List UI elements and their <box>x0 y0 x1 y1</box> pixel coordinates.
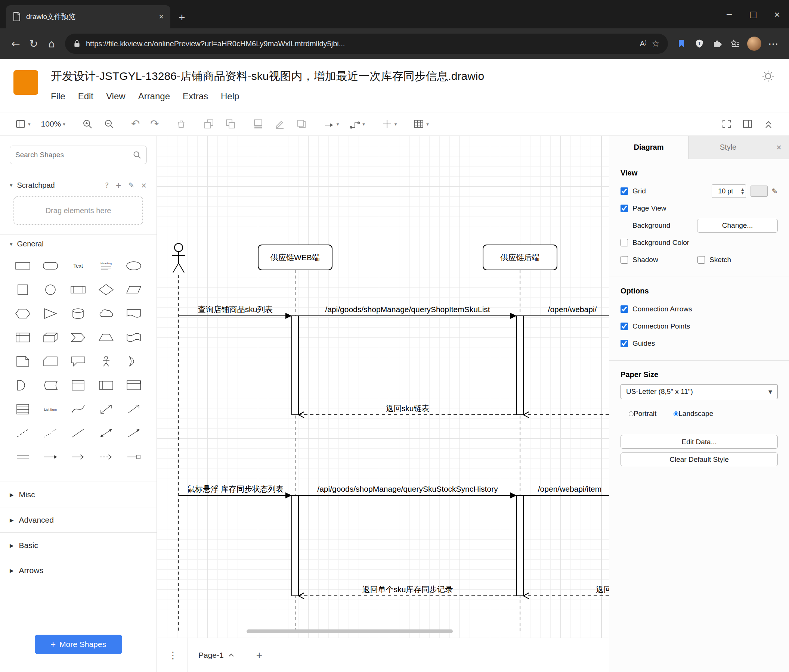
shape-bidirectional-arrow[interactable] <box>92 400 120 419</box>
back-icon[interactable]: ← <box>7 35 25 53</box>
url-input[interactable] <box>86 40 634 48</box>
blue-bookmark-icon[interactable] <box>672 35 690 53</box>
pages-menu-icon[interactable]: ⋮ <box>168 650 178 661</box>
connection-points-checkbox[interactable] <box>621 323 628 330</box>
section-general[interactable]: ▾ General <box>0 234 157 251</box>
connection-arrows-checkbox[interactable] <box>621 306 628 313</box>
shape-parallelogram[interactable] <box>120 280 148 299</box>
to-back-button[interactable] <box>225 118 236 129</box>
shape-triangle[interactable] <box>37 304 64 323</box>
return-external-top[interactable] <box>523 412 609 418</box>
menu-help[interactable]: Help <box>221 91 239 102</box>
stepper-arrows-icon[interactable]: ▲▼ <box>739 188 746 195</box>
message-api-query-sku-stock-sync-history[interactable]: /api/goods/shopManage/querySkuStockSyncH… <box>299 484 517 498</box>
menu-view[interactable]: View <box>106 91 126 102</box>
shape-cube[interactable] <box>37 328 64 347</box>
grid-color-swatch[interactable] <box>751 186 768 197</box>
view-panels-button[interactable]: ▾ <box>15 118 30 129</box>
sidebar-item-advanced[interactable]: ▸Advanced <box>0 507 157 532</box>
fullscreen-button[interactable] <box>721 118 732 129</box>
shape-link[interactable] <box>9 447 37 467</box>
shape-step[interactable] <box>64 328 92 347</box>
menu-extras[interactable]: Extras <box>183 91 208 102</box>
shadow-checkbox[interactable] <box>621 256 628 264</box>
page-view-checkbox[interactable] <box>621 205 628 212</box>
maximize-button[interactable]: □ <box>741 0 765 29</box>
tab-style[interactable]: Style <box>688 136 768 159</box>
actor-figure[interactable] <box>172 244 185 272</box>
activation-backend-1[interactable] <box>517 316 523 415</box>
shape-cylinder[interactable] <box>64 304 92 323</box>
drawing-canvas[interactable]: 供应链WEB端 供应链后端 查询店铺商品sku列表 <box>157 136 609 638</box>
scratchpad-help-icon[interactable]: ? <box>105 181 109 189</box>
add-page-button[interactable]: + <box>256 649 262 661</box>
background-change-button[interactable]: Change... <box>697 219 778 232</box>
shape-search[interactable] <box>10 146 147 164</box>
table-button[interactable]: ▾ <box>413 118 429 129</box>
theme-toggle-button[interactable] <box>760 68 776 84</box>
background-color-checkbox[interactable] <box>621 239 628 247</box>
portrait-radio[interactable] <box>629 411 634 416</box>
to-front-button[interactable] <box>203 118 214 129</box>
scratchpad-add-icon[interactable]: + <box>115 181 121 189</box>
shape-card[interactable] <box>37 352 64 371</box>
shape-container[interactable] <box>120 376 148 395</box>
shape-list[interactable] <box>9 400 37 419</box>
menu-file[interactable]: File <box>51 91 65 102</box>
paper-size-select[interactable]: US-Letter (8,5" x 11") ▼ <box>621 384 778 399</box>
shape-dashed-arrow[interactable] <box>92 447 120 467</box>
message-open-webapi-top[interactable]: /open/webapi/ <box>523 305 609 316</box>
shape-actor[interactable] <box>92 352 120 371</box>
shape-square[interactable] <box>9 280 37 299</box>
shape-thin-arrow[interactable] <box>64 447 92 467</box>
close-button[interactable]: × <box>765 0 789 29</box>
grid-color-picker-icon[interactable]: ✎ <box>771 187 778 196</box>
shield-icon[interactable]: T <box>690 35 708 53</box>
shape-rounded-rectangle[interactable] <box>37 256 64 275</box>
browser-menu-icon[interactable]: ⋯ <box>764 35 782 53</box>
message-api-query-shop-item-sku-list[interactable]: /api/goods/shopManage/queryShopItemSkuLi… <box>299 305 517 319</box>
profile-avatar[interactable] <box>747 37 761 51</box>
shape-tape[interactable] <box>120 328 148 347</box>
grid-checkbox[interactable] <box>621 188 628 195</box>
shape-trapezoid[interactable] <box>92 328 120 347</box>
activation-web-2[interactable] <box>292 495 299 596</box>
return-sku-list[interactable]: 返回sku链表 <box>299 404 517 418</box>
shape-rectangle[interactable] <box>9 256 37 275</box>
shape-vertical-container[interactable] <box>64 376 92 395</box>
scratchpad-dropzone[interactable]: Drag elements here <box>13 196 143 225</box>
return-single-sku-record[interactable]: 返回单个sku库存同步记录 <box>299 585 517 599</box>
read-aloud-icon[interactable]: A) <box>640 39 646 48</box>
participant-backend[interactable]: 供应链后端 <box>483 245 557 270</box>
canvas-horizontal-scrollbar[interactable] <box>247 629 453 633</box>
shape-diamond[interactable] <box>92 280 120 299</box>
tab-diagram[interactable]: Diagram <box>609 136 688 159</box>
shape-and[interactable] <box>9 376 37 395</box>
shape-circle[interactable] <box>37 280 64 299</box>
zoom-out-button[interactable] <box>104 118 115 129</box>
shadow-button[interactable] <box>296 118 307 129</box>
scratchpad-close-icon[interactable]: × <box>141 181 147 189</box>
refresh-icon[interactable]: ↻ <box>25 35 43 53</box>
shape-directional-connector[interactable] <box>120 424 148 443</box>
connection-style-button[interactable]: ▾ <box>324 118 339 129</box>
insert-button[interactable]: ▾ <box>382 118 397 129</box>
edit-data-button[interactable]: Edit Data... <box>621 435 778 449</box>
shape-cloud[interactable] <box>92 304 120 323</box>
menu-edit[interactable]: Edit <box>78 91 93 102</box>
shape-callout[interactable] <box>64 352 92 371</box>
shape-note[interactable] <box>9 352 37 371</box>
shape-or[interactable] <box>120 352 148 371</box>
shape-list-item[interactable]: List Item <box>37 400 64 419</box>
tab-close-icon[interactable]: × <box>159 12 164 22</box>
return-external-bottom[interactable]: 返回 <box>523 585 609 599</box>
collapse-button[interactable] <box>763 118 774 129</box>
undo-button[interactable]: ↶ <box>131 119 140 129</box>
shape-dashed-line[interactable] <box>9 424 37 443</box>
participant-web[interactable]: 供应链WEB端 <box>258 245 332 270</box>
sidebar-item-misc[interactable]: ▸Misc <box>0 482 157 507</box>
redo-button[interactable]: ↷ <box>150 119 159 129</box>
shape-data-storage[interactable] <box>37 376 64 395</box>
shape-heading[interactable]: Heading <box>92 256 120 275</box>
sketch-checkbox[interactable] <box>698 256 705 264</box>
